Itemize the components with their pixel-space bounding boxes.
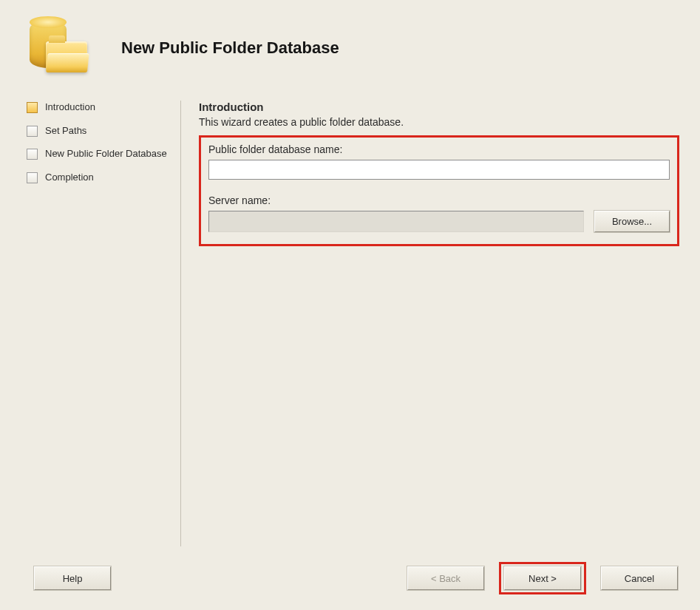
step-label: Set Paths xyxy=(45,124,86,138)
server-name-row: Browse... xyxy=(208,211,670,232)
wizard-body: Introduction Set Paths New Public Folder… xyxy=(0,96,700,546)
cancel-button[interactable]: Cancel xyxy=(601,566,678,590)
wizard-dialog: New Public Folder Database Introduction … xyxy=(0,0,700,610)
step-introduction: Introduction xyxy=(27,101,180,114)
section-title: Introduction xyxy=(199,101,679,113)
back-button: < Back xyxy=(407,566,484,590)
section-description: This wizard creates a public folder data… xyxy=(199,116,679,128)
db-name-label: Public folder database name: xyxy=(208,143,670,155)
step-label: New Public Folder Database xyxy=(45,147,167,160)
wizard-header: New Public Folder Database xyxy=(0,0,700,96)
next-button-highlight: Next > xyxy=(499,562,586,594)
server-name-label: Server name: xyxy=(208,194,670,206)
step-set-paths: Set Paths xyxy=(27,124,180,138)
browse-button[interactable]: Browse... xyxy=(594,211,670,232)
wizard-content: Introduction This wizard creates a publi… xyxy=(199,96,679,546)
db-name-input[interactable] xyxy=(208,160,670,180)
wizard-steps-sidebar: Introduction Set Paths New Public Folder… xyxy=(27,96,180,546)
vertical-divider xyxy=(180,101,181,546)
step-new-public-folder-database: New Public Folder Database xyxy=(27,147,180,160)
help-button[interactable]: Help xyxy=(34,566,111,590)
wizard-title: New Public Folder Database xyxy=(121,38,339,58)
next-button[interactable]: Next > xyxy=(504,566,581,590)
step-label: Completion xyxy=(45,171,94,184)
server-name-input xyxy=(208,211,584,232)
step-indicator-icon xyxy=(27,149,38,160)
step-label: Introduction xyxy=(45,101,95,114)
step-indicator-icon xyxy=(27,102,38,113)
public-folder-database-icon xyxy=(27,16,92,81)
input-highlight-region: Public folder database name: Server name… xyxy=(199,135,679,246)
step-indicator-icon xyxy=(27,126,38,137)
step-completion: Completion xyxy=(27,171,180,184)
wizard-footer: Help < Back Next > Cancel xyxy=(0,546,700,610)
step-indicator-icon xyxy=(27,172,38,183)
